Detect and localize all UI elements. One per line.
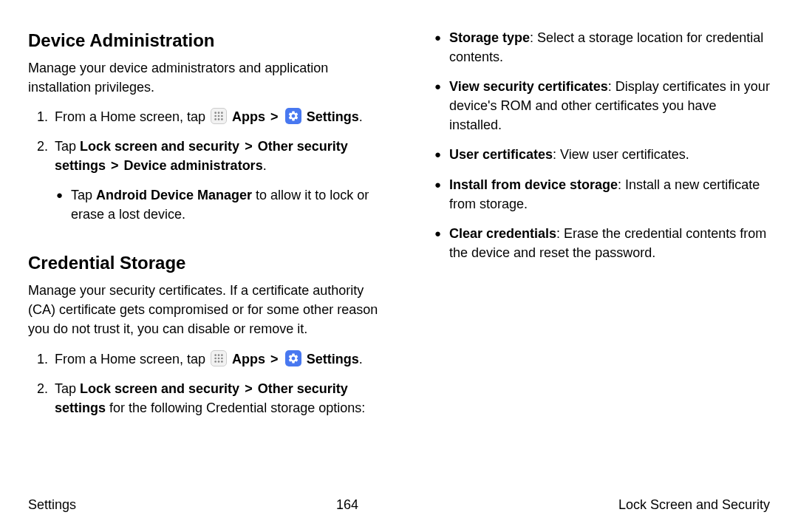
- device-admin-bullet-1: ● Tap Android Device Manager to allow it…: [56, 185, 384, 224]
- credential-storage-description: Manage your security certificates. If a …: [28, 281, 384, 338]
- footer-left: Settings: [28, 495, 76, 514]
- svg-point-17: [221, 361, 223, 363]
- option-view-security-certificates: ● View security certificates: Display ce…: [434, 77, 770, 134]
- settings-icon: [285, 108, 301, 124]
- svg-point-5: [221, 115, 223, 117]
- svg-point-3: [214, 115, 216, 117]
- svg-point-6: [214, 118, 216, 120]
- svg-point-9: [214, 354, 216, 356]
- apps-icon: [211, 108, 227, 124]
- device-admin-step-1: 1. From a Home screen, tap Apps > Settin…: [37, 107, 384, 126]
- svg-point-14: [221, 357, 223, 359]
- svg-point-11: [221, 354, 223, 356]
- svg-point-8: [221, 118, 223, 120]
- settings-icon: [285, 350, 301, 366]
- svg-point-7: [218, 118, 220, 120]
- page-footer: Settings 164 Lock Screen and Security: [28, 488, 770, 532]
- credential-step-2: 2. Tap Lock screen and security > Other …: [37, 379, 384, 417]
- svg-point-0: [214, 112, 216, 115]
- content-columns: Device Administration Manage your device…: [28, 28, 770, 488]
- credential-storage-heading: Credential Storage: [28, 250, 384, 276]
- footer-right: Lock Screen and Security: [618, 495, 770, 514]
- option-install-from-storage: ● Install from device storage: Install a…: [434, 175, 770, 214]
- credential-step-1: 1. From a Home screen, tap Apps > Settin…: [37, 349, 384, 369]
- option-storage-type: ● Storage type: Select a storage locatio…: [434, 28, 770, 66]
- option-clear-credentials: ● Clear credentials: Erase the credentia…: [434, 224, 770, 262]
- svg-point-12: [214, 357, 216, 359]
- svg-point-4: [218, 115, 220, 117]
- svg-point-10: [218, 354, 220, 356]
- apps-icon: [211, 350, 227, 366]
- device-admin-heading: Device Administration: [28, 28, 384, 54]
- device-admin-description: Manage your device administrators and ap…: [28, 58, 384, 97]
- option-user-certificates: ● User certificates: View user certifica…: [434, 145, 770, 164]
- page-number: 164: [336, 495, 358, 514]
- svg-point-2: [221, 112, 223, 115]
- right-column: ● Storage type: Select a storage locatio…: [414, 28, 770, 488]
- left-column: Device Administration Manage your device…: [28, 28, 384, 488]
- svg-point-15: [214, 361, 216, 363]
- svg-point-16: [218, 361, 220, 363]
- svg-point-13: [218, 357, 220, 359]
- device-admin-step-2: 2. Tap Lock screen and security > Other …: [37, 137, 384, 175]
- svg-point-1: [218, 112, 220, 115]
